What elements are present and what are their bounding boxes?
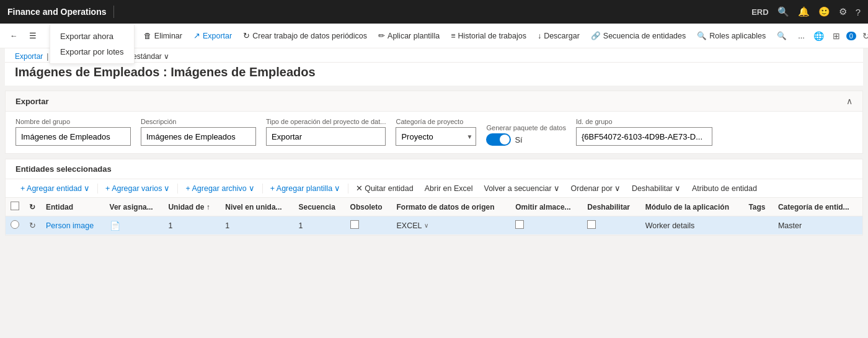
add-file-arrow-icon: ∨ [249, 184, 255, 193]
deshabilitar-checkbox[interactable] [587, 220, 596, 229]
group-id-label: Id. de grupo [576, 118, 712, 125]
group-name-input[interactable] [16, 127, 131, 146]
refresh-col-icon[interactable]: ↻ [29, 203, 35, 211]
entity-link[interactable]: Person image [46, 221, 94, 230]
operation-type-input[interactable] [266, 127, 386, 146]
user-initials[interactable]: ERD [751, 7, 768, 17]
row-tags-cell [743, 216, 773, 235]
page-title: Imágenes de Empleados : Imágenes de Empl… [15, 65, 853, 79]
collapse-export-icon[interactable]: ∧ [846, 96, 852, 106]
project-category-label: Categoría de proyecto [396, 118, 476, 125]
help-icon[interactable]: ? [856, 7, 861, 17]
toggle-knob [500, 135, 510, 145]
col-obsoleto: Obsoleto [345, 198, 392, 216]
col-unidad[interactable]: Unidad de ↑ [163, 198, 220, 216]
menu-icon: ☰ [29, 31, 37, 40]
row-secuencia-cell: 1 [294, 216, 345, 235]
disable-arrow-icon: ∨ [675, 184, 681, 193]
back-button[interactable]: ← [5, 29, 23, 43]
order-by-button[interactable]: Ordenar por ∨ [566, 182, 626, 195]
export-batch-item[interactable]: Exportar por lotes [50, 44, 134, 60]
row-formato-cell: EXCEL ∨ [391, 216, 510, 235]
select-all-checkbox[interactable] [11, 202, 19, 210]
formato-dropdown-icon[interactable]: ∨ [424, 222, 428, 229]
group-name-field: Nombre del grupo [16, 118, 131, 146]
apply-template-button[interactable]: ✏ Aplicar plantilla [373, 29, 445, 43]
obsoleto-checkbox[interactable] [350, 220, 359, 229]
col-tags: Tags [743, 198, 773, 216]
row-modulo-cell: Worker details [640, 216, 744, 235]
resequence-arrow-icon: ∨ [554, 184, 560, 193]
resequence-button[interactable]: Volver a secuenciar ∨ [479, 182, 565, 195]
search-icon[interactable]: 🔍 [777, 6, 789, 17]
breadcrumb-sep-1: | [46, 52, 48, 61]
add-multiple-button[interactable]: + Agregar varios ∨ [100, 182, 175, 195]
table-body: ↻ Person image 📄 1 1 1 [6, 216, 862, 235]
row-nivel-cell: 1 [220, 216, 293, 235]
more-button[interactable]: ... [793, 29, 809, 43]
search-toolbar-button[interactable]: 🔍 [772, 29, 792, 43]
export-section-title: Exportar [16, 97, 48, 106]
table-row[interactable]: ↻ Person image 📄 1 1 1 [6, 216, 862, 235]
globe-icon[interactable]: 🌐 [811, 29, 826, 43]
applicable-roles-icon: 🔍 [697, 31, 707, 40]
project-category-select[interactable]: Proyecto Otro [396, 127, 476, 146]
export-now-item[interactable]: Exportar ahora [50, 29, 134, 44]
job-history-button[interactable]: ≡ Historial de trabajos [446, 29, 531, 43]
add-entity-button[interactable]: + Agregar entidad ∨ [16, 182, 95, 195]
generate-package-value: Sí [515, 135, 522, 145]
remove-entity-button[interactable]: ✕ Quitar entidad [351, 182, 418, 195]
generate-package-toggle-wrapper: Sí [486, 133, 565, 146]
entity-sequence-button[interactable]: 🔗 Secuencia de entidades [586, 29, 691, 43]
col-checkbox [6, 198, 24, 216]
table-header: ↻ Entidad Ver asigna... Unidad de ↑ Nive… [6, 198, 862, 216]
entity-sequence-icon: 🔗 [591, 31, 601, 40]
generate-package-field: Generar paquete de datos Sí [486, 124, 565, 146]
row-unidad-cell: 1 [163, 216, 220, 235]
applicable-roles-button[interactable]: 🔍 Roles aplicables [692, 29, 771, 43]
row-entity-cell: Person image [41, 216, 105, 235]
group-id-input[interactable] [576, 127, 712, 146]
download-button[interactable]: ↓ Descargar [533, 29, 585, 43]
generate-package-toggle[interactable] [486, 133, 511, 146]
add-multiple-arrow-icon: ∨ [164, 184, 170, 193]
delete-button[interactable]: 🗑 Eliminar [139, 29, 187, 43]
row-radio[interactable] [11, 220, 19, 229]
action-sep-1 [97, 184, 98, 193]
row-refresh-icon[interactable]: ↻ [29, 221, 36, 230]
add-file-button[interactable]: + Agregar archivo ∨ [180, 182, 259, 195]
download-icon: ↓ [538, 32, 541, 40]
omitir-checkbox[interactable] [515, 220, 524, 229]
add-template-button[interactable]: + Agregar plantilla ∨ [265, 182, 345, 195]
export-dropdown-button[interactable]: ↗ Exportar [188, 29, 237, 43]
gear-icon[interactable]: ⚙ [839, 6, 847, 17]
col-ver: Ver asigna... [105, 198, 164, 216]
refresh-icon[interactable]: ↻ [860, 29, 868, 43]
col-refresh: ↻ [24, 198, 41, 216]
notification-badge[interactable]: 0 [846, 32, 856, 40]
entidades-section: Entidades seleccionadas + Agregar entida… [5, 159, 863, 236]
description-input[interactable] [141, 127, 256, 146]
disable-button[interactable]: Deshabilitar ∨ [627, 182, 686, 195]
file-icon: 📄 [110, 221, 120, 231]
bell-icon[interactable]: 🔔 [798, 6, 810, 17]
job-history-icon: ≡ [451, 32, 455, 40]
breadcrumb-export[interactable]: Exportar [15, 52, 43, 61]
create-periodic-button[interactable]: ↻ Crear trabajo de datos periódicos [238, 29, 372, 43]
operation-type-label: Tipo de operación del proyecto de dat... [266, 118, 386, 125]
columns-icon[interactable]: ⊞ [830, 29, 843, 43]
more-icon: ... [798, 32, 804, 40]
group-id-field: Id. de grupo [576, 118, 712, 146]
entity-attribute-button[interactable]: Atributo de entidad [687, 182, 762, 195]
chevron-down-icon: ∨ [164, 52, 169, 61]
open-excel-button[interactable]: Abrir en Excel [420, 182, 478, 195]
entidades-title: Entidades seleccionadas [16, 164, 112, 174]
app-title: Finance and Operations [7, 7, 106, 17]
smiley-icon[interactable]: 🙂 [818, 6, 830, 17]
action-bar: + Agregar entidad ∨ + Agregar varios ∨ +… [6, 179, 862, 198]
description-field: Descripción [141, 118, 256, 146]
col-nivel: Nivel en unida... [220, 198, 293, 216]
top-bar-right: ERD 🔍 🔔 🙂 ⚙ ? [751, 6, 861, 17]
menu-button[interactable]: ☰ [24, 29, 42, 43]
generate-package-label: Generar paquete de datos [486, 124, 565, 131]
